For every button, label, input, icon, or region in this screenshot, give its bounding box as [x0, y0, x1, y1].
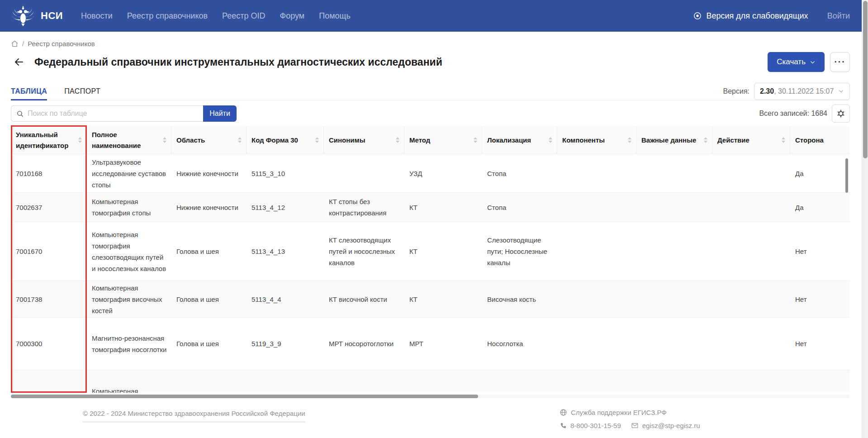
table-cell — [712, 193, 790, 222]
directory-table: Уникальный идентификаторПолное наименова… — [11, 126, 850, 393]
column-header-label: Действие — [717, 135, 779, 146]
page-scrollbar-thumb[interactable] — [863, 1, 868, 158]
sort-icon[interactable] — [78, 137, 82, 143]
download-button[interactable]: Скачать — [768, 52, 825, 72]
column-header[interactable]: Метод — [404, 126, 482, 154]
table-cell: КТ стопы без контрастирования — [324, 193, 404, 222]
brand-nsi[interactable]: НСИ — [41, 10, 63, 22]
download-label: Скачать — [777, 57, 806, 67]
table-cell — [712, 222, 790, 281]
more-actions-button[interactable]: ··· — [830, 52, 850, 72]
sort-icon[interactable] — [163, 137, 166, 143]
nav-item[interactable]: Форум — [280, 11, 305, 21]
accessibility-label: Версия для слабовидящих — [706, 11, 808, 21]
accessibility-version-link[interactable]: Версия для слабовидящих — [693, 11, 808, 21]
table-vertical-scrollbar-thumb[interactable] — [845, 158, 848, 193]
table-body: 7010168Ультразвуковое исследование суста… — [11, 154, 850, 393]
column-header[interactable]: Компоненты — [557, 126, 636, 154]
table-row[interactable]: 7001670Компьютерная томография слезоотво… — [11, 222, 850, 281]
breadcrumb-separator: / — [22, 40, 24, 48]
records-total: Всего записей: 1684 — [759, 110, 827, 118]
table-cell: 5113_4_13 — [247, 222, 324, 281]
sort-icon[interactable] — [238, 137, 242, 143]
coat-of-arms-logo — [11, 4, 35, 28]
sort-icon[interactable] — [474, 137, 477, 143]
table-cell — [557, 222, 636, 281]
version-value: 2.30 — [760, 87, 774, 95]
nav-item[interactable]: Помощь — [319, 11, 351, 21]
table-horizontal-scrollbar-thumb[interactable] — [11, 395, 478, 398]
table-cell: Стопа — [482, 193, 557, 222]
nav-item[interactable]: Новости — [81, 11, 113, 21]
back-button[interactable] — [11, 54, 27, 70]
table-cell: КТ слезоотводящих путей и носослезных ка… — [324, 222, 404, 281]
table-header-row: Уникальный идентификаторПолное наименова… — [11, 126, 850, 154]
breadcrumb: / Реестр справочников — [11, 39, 850, 48]
table-settings-button[interactable] — [832, 105, 850, 123]
table-cell: КТ — [404, 222, 482, 281]
table-cell: Компьютерная томография височных костей — [87, 281, 171, 317]
table-cell: УЗД — [404, 154, 482, 192]
eye-icon — [693, 11, 702, 20]
table-cell — [712, 154, 790, 192]
table-row[interactable]: 7001761Компьютерная томография челюстно-… — [11, 370, 850, 393]
tab-inactive[interactable]: ПАСПОРТ — [64, 82, 100, 100]
table-cell: Височная кость — [482, 281, 557, 317]
home-icon[interactable] — [11, 40, 19, 48]
table-cell: 7001761 — [11, 370, 87, 393]
sort-icon[interactable] — [704, 137, 707, 143]
sort-icon[interactable] — [549, 137, 552, 143]
sort-icon[interactable] — [782, 137, 785, 143]
column-header[interactable]: Важные данные — [636, 126, 712, 154]
table-cell: Голова и шея — [171, 281, 247, 317]
table-cell — [712, 370, 790, 393]
login-link[interactable]: Войти — [827, 11, 850, 21]
table-cell: Голова и шея — [171, 222, 247, 281]
table-cell: Магнитно-резонансная томография носоглот… — [87, 318, 171, 370]
table-cell: Нет — [790, 281, 850, 317]
sort-icon[interactable] — [315, 137, 319, 143]
phone-number[interactable]: 8-800-301-15-59 — [570, 422, 621, 429]
column-header-label: Метод — [409, 135, 471, 146]
search-button[interactable]: Найти — [203, 105, 237, 122]
column-header[interactable]: Сторона — [790, 126, 850, 154]
table-cell: Ультразвуковое исследование суставов сто… — [87, 154, 171, 192]
table-cell: КТ — [404, 370, 482, 393]
table-cell: Нижние конечности — [171, 154, 247, 192]
sort-icon[interactable] — [628, 137, 631, 143]
table-cell — [557, 318, 636, 370]
table-horizontal-scrollbar-track[interactable] — [11, 395, 850, 398]
table-cell — [557, 154, 636, 192]
table-row[interactable]: 7010168Ультразвуковое исследование суста… — [11, 154, 850, 193]
table-cell — [636, 193, 712, 222]
contacts-line: 8-800-301-15-59 egisz@stp-egisz.ru — [560, 422, 700, 429]
table-row[interactable]: 7001738Компьютерная томография височных … — [11, 281, 850, 318]
column-header[interactable]: Синонимы — [324, 126, 404, 154]
nav-item[interactable]: Реестр справочников — [127, 11, 208, 21]
table-cell: Нет — [790, 370, 850, 393]
table-cell: Голова и шея — [171, 370, 247, 393]
table-cell: МРТ — [404, 318, 482, 370]
version-select[interactable]: 2.30, 30.11.2022 15:07 — [754, 83, 850, 100]
column-header[interactable]: Полное наименование — [87, 126, 171, 154]
search-input[interactable] — [28, 110, 198, 118]
email-link[interactable]: egisz@stp-egisz.ru — [642, 422, 700, 429]
sort-icon[interactable] — [396, 137, 399, 143]
column-header[interactable]: Уникальный идентификатор — [11, 126, 87, 154]
column-header[interactable]: Область — [171, 126, 247, 154]
title-row: Федеральный справочник инструментальных … — [11, 52, 850, 72]
table-cell: Да — [790, 193, 850, 222]
table-row[interactable]: 7002637Компьютерная томография стопыНижн… — [11, 193, 850, 222]
support-link[interactable]: Служба поддержки ЕГИСЗ.РФ — [560, 409, 700, 416]
nav-item[interactable]: Реестр OID — [222, 11, 266, 21]
table-cell — [324, 154, 404, 192]
column-header[interactable]: Действие — [712, 126, 790, 154]
page-scrollbar-track[interactable] — [862, 0, 868, 438]
column-header[interactable]: Код Форма 30 — [247, 126, 324, 154]
column-header[interactable]: Локализация — [482, 126, 557, 154]
tab-active[interactable]: ТАБЛИЦА — [11, 82, 47, 100]
table-cell: Стопа — [482, 154, 557, 192]
table-row[interactable]: 7000300Магнитно-резонансная томография н… — [11, 318, 850, 370]
breadcrumb-current[interactable]: Реестр справочников — [28, 40, 95, 48]
table-cell — [557, 281, 636, 317]
